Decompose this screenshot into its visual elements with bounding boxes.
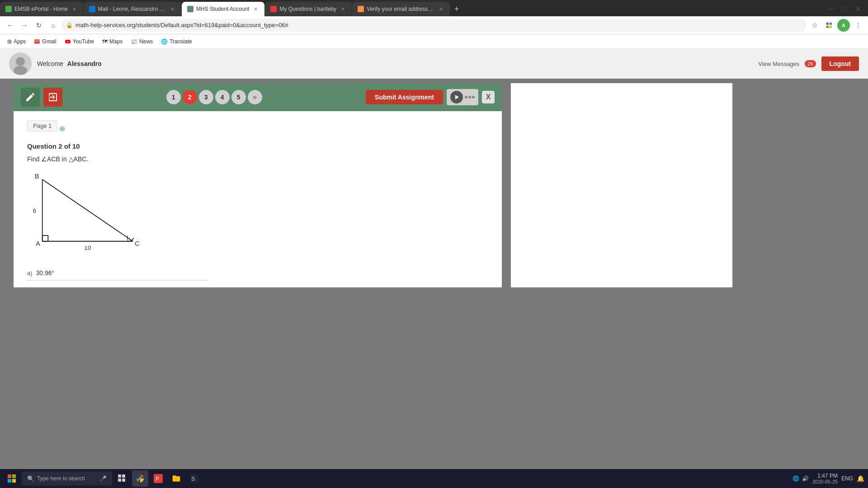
- home-button[interactable]: ⌂: [47, 19, 60, 32]
- bookmark-star-button[interactable]: ☆: [808, 19, 821, 32]
- bookmark-gmail-label: Gmail: [42, 38, 56, 45]
- search-placeholder: Type here to search: [37, 475, 85, 482]
- steam-taskbar-button[interactable]: S: [186, 470, 203, 487]
- tab-title-bartleby: My Questions | bartleby: [279, 6, 336, 12]
- bookmark-translate-label: Translate: [170, 38, 192, 45]
- bookmark-youtube[interactable]: YouTube: [61, 37, 98, 46]
- bookmark-apps[interactable]: ⊞ Apps: [4, 37, 29, 46]
- question-num-2[interactable]: 2: [183, 90, 197, 104]
- taskbar-right: 🌐 🔊 1:47 PM 2020-05-25 ENG 🔔: [793, 473, 864, 484]
- chrome-taskbar-button[interactable]: [132, 470, 148, 487]
- question-num-5[interactable]: 5: [231, 90, 246, 104]
- bookmarks-bar: ⊞ Apps Gmail YouTube 🗺 Maps 📰 News 🌐 Tra…: [0, 34, 868, 49]
- triangle-svg: A B C 6 10: [27, 170, 172, 260]
- answer-a-value: 30.96°: [36, 269, 55, 277]
- date-display: 2020-05-25: [812, 479, 838, 484]
- taskbar-search[interactable]: 🔍 Type here to search 🎤: [22, 471, 112, 486]
- bookmark-gmail[interactable]: Gmail: [30, 37, 60, 46]
- tab-verify[interactable]: Verify your email address - alex... ✕: [352, 2, 450, 16]
- site-header-right: View Messages 26 Logout: [759, 56, 859, 71]
- tab-favicon-emsb: [5, 6, 12, 12]
- menu-button[interactable]: ⋮: [852, 19, 864, 32]
- start-button[interactable]: [4, 470, 20, 487]
- search-icon: 🔍: [27, 475, 34, 482]
- tab-bartleby[interactable]: My Questions | bartleby ✕: [265, 2, 352, 16]
- back-button[interactable]: ←: [4, 19, 16, 32]
- tab-favicon-mail: [89, 6, 95, 12]
- close-button[interactable]: ✕: [852, 3, 864, 15]
- question-scroll-area[interactable]: Page 1 ⊕ Question 2 of 10 Find ∠ACB in △…: [14, 111, 502, 287]
- submit-assignment-button[interactable]: Submit Assignment: [366, 90, 443, 104]
- right-panel: [511, 83, 732, 287]
- question-num-3[interactable]: 3: [199, 90, 213, 104]
- logout-button[interactable]: Logout: [821, 56, 859, 71]
- close-panel-button[interactable]: X: [482, 91, 495, 103]
- view-messages-button[interactable]: View Messages: [759, 61, 800, 67]
- maximize-button[interactable]: □: [838, 3, 851, 15]
- question-title: Question 2 of 10: [27, 142, 488, 150]
- page-tab-row: Page 1 ⊕: [27, 120, 488, 137]
- page-tab-label: Page 1: [33, 122, 52, 129]
- tab-bar: EMSB ePortal - Home ✕ Mail - Leone, Ales…: [0, 0, 868, 16]
- reload-button[interactable]: ↻: [33, 19, 45, 32]
- dot1: [465, 96, 467, 99]
- bookmark-youtube-label: YouTube: [73, 38, 94, 45]
- system-icons: 🌐 🔊: [793, 475, 809, 482]
- network-icon[interactable]: 🌐: [793, 475, 799, 482]
- taskview-button[interactable]: [114, 470, 130, 487]
- microphone-icon: 🎤: [100, 475, 107, 482]
- tab-close-mail[interactable]: ✕: [169, 5, 176, 13]
- username-label: Alessandro: [67, 60, 102, 67]
- tab-mail[interactable]: Mail - Leone, Alessandro - Outlo... ✕: [84, 2, 181, 16]
- bookmark-translate[interactable]: 🌐 Translate: [157, 37, 196, 46]
- svg-rect-3: [830, 26, 832, 28]
- svg-text:P: P: [156, 476, 159, 482]
- pencil-tool-button[interactable]: [21, 88, 40, 107]
- add-page-button[interactable]: ⊕: [59, 124, 65, 133]
- site-header: Welcome Alessandro View Messages 26 Logo…: [0, 49, 868, 79]
- triangle-diagram: A B C 6 10: [27, 170, 172, 260]
- taskbar-clock[interactable]: 1:47 PM 2020-05-25: [812, 473, 838, 484]
- folder-taskbar-button[interactable]: [168, 470, 184, 487]
- volume-icon[interactable]: 🔊: [802, 475, 809, 482]
- address-text: math-help-services.org/students/Default.…: [75, 22, 288, 28]
- svg-line-11: [127, 235, 128, 241]
- address-bar[interactable]: 🔒 math-help-services.org/students/Defaul…: [61, 19, 807, 32]
- svg-point-4: [16, 57, 25, 66]
- minimize-button[interactable]: ─: [825, 3, 837, 15]
- side-AB-label: 6: [33, 207, 37, 214]
- browser-chrome: EMSB ePortal - Home ✕ Mail - Leone, Ales…: [0, 0, 868, 49]
- new-tab-button[interactable]: +: [450, 3, 463, 15]
- tab-close-verify[interactable]: ✕: [437, 5, 444, 13]
- question-text: Find ∠ACB in △ABC.: [27, 155, 488, 163]
- question-num-4[interactable]: 4: [215, 90, 230, 104]
- powershell-taskbar-button[interactable]: P: [150, 470, 166, 487]
- tab-close-emsb[interactable]: ✕: [71, 5, 78, 13]
- tab-close-mhs[interactable]: ✕: [252, 5, 259, 13]
- user-avatar: [9, 52, 32, 75]
- bookmark-maps[interactable]: 🗺 Maps: [99, 37, 126, 46]
- page-1-tab[interactable]: Page 1: [27, 120, 57, 131]
- svg-rect-17: [122, 474, 125, 478]
- exit-tool-button[interactable]: [43, 88, 62, 107]
- tab-emsb[interactable]: EMSB ePortal - Home ✕: [0, 2, 83, 16]
- svg-rect-19: [122, 479, 125, 482]
- translate-icon: 🌐: [161, 38, 168, 45]
- dot2: [468, 96, 471, 99]
- notification-button[interactable]: 🔔: [857, 475, 864, 482]
- extensions-button[interactable]: [823, 19, 835, 32]
- video-help-button[interactable]: [447, 89, 478, 105]
- question-num-1[interactable]: 1: [166, 90, 181, 104]
- bookmark-news[interactable]: 📰 News: [127, 37, 156, 46]
- svg-rect-13: [12, 474, 16, 478]
- tab-close-bartleby[interactable]: ✕: [339, 5, 346, 13]
- tab-mhs[interactable]: MHS Student Account ✕: [182, 2, 264, 16]
- more-questions-button[interactable]: »: [248, 90, 262, 104]
- question-numbers-bar: 1 2 3 4 5 »: [67, 90, 361, 104]
- forward-button[interactable]: →: [18, 19, 31, 32]
- svg-rect-0: [826, 23, 829, 25]
- news-icon: 📰: [131, 38, 137, 45]
- bookmark-apps-label: Apps: [14, 38, 26, 45]
- profile-button[interactable]: A: [837, 19, 850, 32]
- bookmark-maps-label: Maps: [109, 38, 123, 45]
